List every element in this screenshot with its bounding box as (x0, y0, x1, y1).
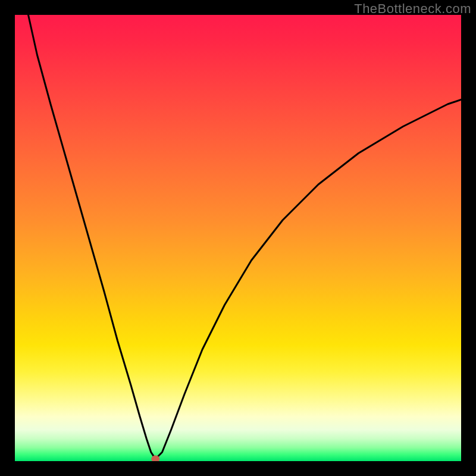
watermark-text: TheBottleneck.com (354, 1, 471, 17)
bottleneck-curve (15, 15, 461, 461)
chart-frame: TheBottleneck.com (0, 0, 476, 476)
plot-area (15, 15, 461, 461)
curve-path (29, 15, 462, 459)
